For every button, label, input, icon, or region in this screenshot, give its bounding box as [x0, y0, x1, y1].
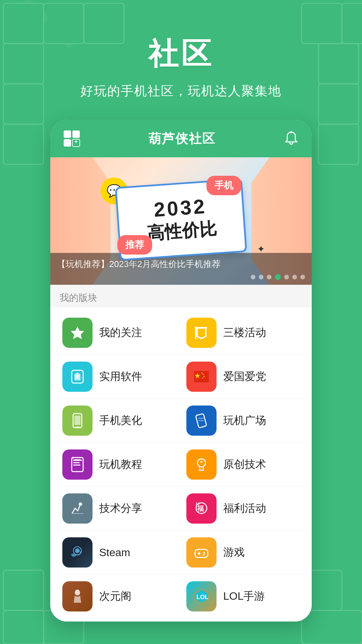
original-tech-label: 原创技术: [223, 457, 266, 472]
svg-rect-18: [64, 139, 71, 147]
patriot-icon: [186, 362, 217, 392]
game-icon: [186, 537, 217, 568]
banner-area[interactable]: 💬 ✦ ✦ 2032 高性价比 推荐 手机 【玩机推荐】2023年2月高性价比手…: [50, 157, 312, 285]
svg-rect-10: [318, 124, 359, 164]
grid-row-4: 技术分享 福 利 福利活动: [57, 487, 305, 531]
list-item[interactable]: 玩机广场: [181, 401, 305, 440]
banner-caption-text: 【玩机推荐】2023年2月高性价比手机推荐: [57, 258, 221, 270]
svg-point-52: [75, 548, 80, 553]
original-tech-icon: [186, 449, 217, 480]
useful-software-label: 实用软件: [99, 369, 142, 384]
grid-plus-icon: [63, 130, 80, 147]
lol-mobile-icon: LOL: [186, 581, 217, 611]
svg-rect-11: [3, 570, 44, 610]
svg-point-22: [290, 131, 292, 133]
phone-plaza-label: 玩机广场: [223, 413, 266, 428]
banner-tag-phone: 手机: [206, 176, 241, 195]
banner-tag-tuijian: 推荐: [117, 235, 152, 255]
svg-rect-23: [196, 327, 207, 329]
phone-tutorial-label: 玩机教程: [99, 457, 142, 472]
phone-beauty-icon: [62, 406, 93, 436]
tech-share-icon: [62, 493, 93, 524]
page-title: 社区: [13, 34, 349, 74]
list-item[interactable]: 实用软件: [57, 358, 181, 396]
svg-rect-20: [76, 140, 76, 143]
svg-rect-12: [3, 610, 44, 644]
phone-beauty-label: 手机美化: [99, 413, 142, 428]
my-follow-label: 我的关注: [99, 325, 142, 340]
game-label: 游戏: [223, 545, 245, 560]
grid-plus-button[interactable]: [62, 129, 81, 148]
grid-row-6: 次元阁 LOL LOL手游: [57, 575, 305, 618]
dot-5: [284, 275, 289, 279]
grid-row-0: 我的关注 三楼活动: [57, 311, 305, 355]
grid-row-1: 实用软件 爱国爱党: [57, 355, 305, 399]
list-item[interactable]: 原创技术: [181, 445, 305, 484]
welfare-activity-label: 福利活动: [223, 501, 266, 516]
phone-tutorial-icon: [62, 449, 93, 480]
welfare-activity-icon: 福 利: [186, 493, 217, 524]
svg-rect-41: [73, 462, 80, 463]
app-title: 葫芦侠社区: [148, 130, 216, 147]
steam-icon: [62, 537, 93, 568]
svg-point-58: [75, 590, 80, 595]
svg-rect-16: [64, 130, 71, 138]
svg-rect-53: [195, 549, 208, 557]
app-header: 葫芦侠社区: [50, 120, 312, 157]
list-item[interactable]: 三楼活动: [181, 314, 305, 352]
list-item[interactable]: 游戏: [181, 533, 305, 572]
svg-rect-35: [75, 427, 80, 428]
section-label: 我的版块: [50, 285, 312, 308]
svg-rect-44: [72, 457, 74, 459]
svg-point-26: [76, 375, 79, 378]
grid-row-3: 玩机教程 原创技术: [57, 443, 305, 487]
tech-share-label: 技术分享: [99, 501, 142, 516]
svg-rect-42: [73, 465, 80, 466]
list-item[interactable]: Steam: [57, 533, 181, 572]
list-item[interactable]: 手机美化: [57, 401, 181, 440]
list-item[interactable]: LOL LOL手游: [181, 577, 305, 615]
page-header: 社区 好玩的手机社区，玩机达人聚集地: [0, 0, 362, 120]
banner-year: 2032: [153, 195, 207, 221]
banner-pagination: [251, 274, 305, 280]
my-follow-icon: [62, 318, 93, 348]
list-item[interactable]: 玩机教程: [57, 445, 181, 484]
svg-point-56: [203, 552, 205, 554]
anime-pavilion-icon: [62, 581, 93, 611]
lol-mobile-label: LOL手游: [223, 589, 265, 604]
svg-text:利: 利: [195, 502, 199, 506]
dot-7: [300, 275, 305, 279]
grid-row-5: Steam 游戏: [57, 531, 305, 575]
items-grid: 我的关注 三楼活动: [50, 308, 312, 622]
svg-point-57: [203, 554, 205, 556]
phone-container: 葫芦侠社区 💬 ✦ ✦ 2032 高性价比: [50, 120, 312, 622]
grid-row-2: 手机美化 玩机广场: [57, 399, 305, 443]
list-item[interactable]: 技术分享: [57, 489, 181, 528]
notification-button[interactable]: [283, 130, 300, 147]
svg-rect-34: [74, 416, 80, 425]
phone-plaza-icon: [186, 406, 217, 436]
svg-rect-17: [72, 130, 80, 138]
banner-main-text: 高性价比: [146, 217, 217, 245]
svg-text:LOL: LOL: [196, 594, 208, 600]
dot-1: [251, 275, 255, 279]
list-item[interactable]: 福 利 福利活动: [181, 489, 305, 528]
bell-icon: [283, 130, 300, 147]
anime-pavilion-label: 次元阁: [99, 589, 131, 604]
dot-3: [267, 275, 272, 279]
list-item[interactable]: 我的关注: [57, 314, 181, 352]
dot-2: [259, 275, 263, 279]
page-subtitle: 好玩的手机社区，玩机达人聚集地: [13, 83, 349, 100]
list-item[interactable]: 爱国爱党: [181, 358, 305, 396]
dot-4-active: [275, 274, 281, 280]
dot-6: [292, 275, 297, 279]
svg-point-47: [79, 502, 82, 506]
svg-rect-15: [302, 610, 362, 644]
third-floor-label: 三楼活动: [223, 325, 266, 340]
patriot-label: 爱国爱党: [223, 369, 266, 384]
list-item[interactable]: 次元阁: [57, 577, 181, 615]
svg-rect-7: [3, 124, 44, 164]
svg-rect-43: [74, 459, 80, 460]
third-floor-icon: [186, 318, 217, 348]
steam-label: Steam: [99, 546, 130, 559]
